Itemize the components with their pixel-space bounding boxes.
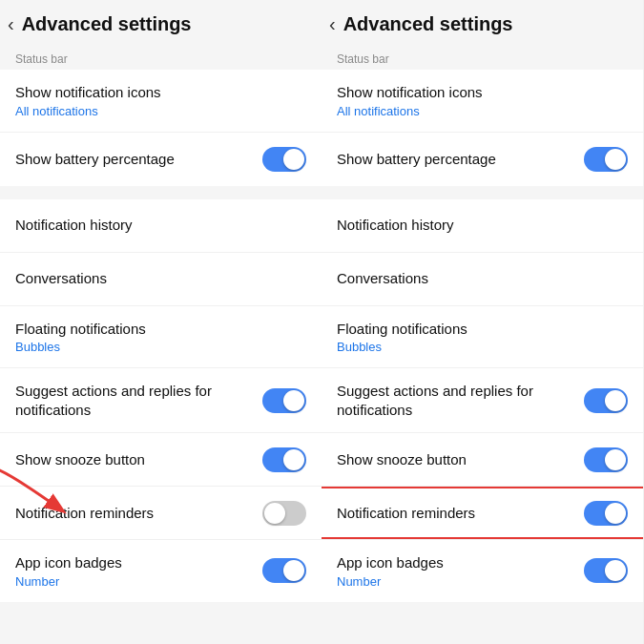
right-notification-reminders-text: Notification reminders xyxy=(337,504,584,523)
right-show-battery-text: Show battery percentage xyxy=(337,150,584,169)
left-show-notification-icons-item[interactable]: Show notification icons All notification… xyxy=(0,70,322,133)
left-main-group: Notification history Conversations Float… xyxy=(0,199,322,602)
left-show-notification-icons-title: Show notification icons xyxy=(15,83,295,102)
right-show-snooze-title: Show snooze button xyxy=(337,450,572,469)
left-suggest-actions-text: Suggest actions and replies for notifica… xyxy=(15,382,262,419)
right-panel: ‹ Advanced settings Status bar Show noti… xyxy=(322,0,643,644)
left-spacer-1 xyxy=(0,188,322,199)
right-conversations-item[interactable]: Conversations xyxy=(322,253,643,306)
left-notification-history-item[interactable]: Notification history xyxy=(0,199,322,253)
right-notification-reminders-toggle[interactable] xyxy=(584,501,628,526)
left-show-snooze-text: Show snooze button xyxy=(15,450,262,469)
back-button-left[interactable]: ‹ xyxy=(8,13,14,35)
left-app-icon-badges-toggle[interactable] xyxy=(262,558,306,583)
right-spacer-1 xyxy=(322,188,643,199)
left-section-status-bar-label: Status bar xyxy=(0,45,322,70)
right-notification-reminders-item[interactable]: Notification reminders xyxy=(322,487,643,540)
right-suggest-actions-toggle[interactable] xyxy=(584,388,628,413)
right-show-notification-icons-title: Show notification icons xyxy=(337,83,616,102)
left-show-notification-icons-subtitle[interactable]: All notifications xyxy=(15,104,295,118)
right-notification-reminders-title: Notification reminders xyxy=(337,504,572,523)
right-show-battery-title: Show battery percentage xyxy=(337,150,572,169)
left-notification-reminders-toggle[interactable] xyxy=(262,501,306,526)
right-notification-history-item[interactable]: Notification history xyxy=(322,199,643,253)
right-app-icon-badges-title: App icon badges xyxy=(337,553,572,572)
left-show-snooze-toggle[interactable] xyxy=(262,447,306,472)
right-main-group: Notification history Conversations Float… xyxy=(322,199,643,602)
right-show-notification-icons-item[interactable]: Show notification icons All notification… xyxy=(322,70,643,133)
left-conversations-text: Conversations xyxy=(15,269,306,288)
left-floating-notifications-subtitle[interactable]: Bubbles xyxy=(15,340,295,354)
right-suggest-actions-title: Suggest actions and replies for notifica… xyxy=(337,382,572,419)
left-suggest-actions-toggle[interactable] xyxy=(262,388,306,413)
left-header-title: Advanced settings xyxy=(22,13,192,35)
left-suggest-actions-item[interactable]: Suggest actions and replies for notifica… xyxy=(0,368,322,433)
left-panel: ‹ Advanced settings Status bar Show noti… xyxy=(0,0,322,644)
left-show-battery-title: Show battery percentage xyxy=(15,150,251,169)
right-app-icon-badges-subtitle[interactable]: Number xyxy=(337,574,572,589)
left-show-battery-item[interactable]: Show battery percentage xyxy=(0,133,322,186)
left-notification-reminders-text: Notification reminders xyxy=(15,504,262,523)
back-button-right[interactable]: ‹ xyxy=(329,13,336,35)
right-app-icon-badges-item[interactable]: App icon badges Number xyxy=(322,540,643,602)
right-app-icon-badges-text: App icon badges Number xyxy=(337,553,584,589)
right-show-notification-icons-text: Show notification icons All notification… xyxy=(337,83,628,118)
left-app-icon-badges-text: App icon badges Number xyxy=(15,553,262,589)
left-floating-notifications-text: Floating notifications Bubbles xyxy=(15,320,306,355)
right-notification-history-text: Notification history xyxy=(337,216,628,235)
left-suggest-actions-title: Suggest actions and replies for notifica… xyxy=(15,382,251,419)
right-show-battery-item[interactable]: Show battery percentage xyxy=(322,133,643,186)
right-conversations-text: Conversations xyxy=(337,269,628,288)
right-header: ‹ Advanced settings xyxy=(322,0,643,45)
left-notification-reminders-title: Notification reminders xyxy=(15,504,251,523)
left-header: ‹ Advanced settings xyxy=(0,0,322,45)
right-header-title: Advanced settings xyxy=(343,13,513,35)
right-suggest-actions-text: Suggest actions and replies for notifica… xyxy=(337,382,584,419)
left-show-notification-icons-text: Show notification icons All notification… xyxy=(15,83,306,118)
right-floating-notifications-title: Floating notifications xyxy=(337,320,616,339)
left-app-icon-badges-subtitle[interactable]: Number xyxy=(15,574,251,589)
right-floating-notifications-subtitle[interactable]: Bubbles xyxy=(337,340,616,354)
left-notification-history-text: Notification history xyxy=(15,216,306,235)
left-conversations-item[interactable]: Conversations xyxy=(0,253,322,306)
right-show-battery-toggle[interactable] xyxy=(584,147,628,172)
left-show-snooze-title: Show snooze button xyxy=(15,450,251,469)
left-show-battery-toggle[interactable] xyxy=(262,147,306,172)
left-show-snooze-item[interactable]: Show snooze button xyxy=(0,433,322,487)
right-show-snooze-toggle[interactable] xyxy=(584,447,628,472)
left-app-icon-badges-title: App icon badges xyxy=(15,553,251,572)
right-show-snooze-item[interactable]: Show snooze button xyxy=(322,433,643,487)
left-app-icon-badges-item[interactable]: App icon badges Number xyxy=(0,540,322,602)
left-floating-notifications-item[interactable]: Floating notifications Bubbles xyxy=(0,306,322,369)
left-notification-history-title: Notification history xyxy=(15,216,295,235)
left-notification-reminders-item[interactable]: Notification reminders xyxy=(0,487,322,540)
left-floating-notifications-title: Floating notifications xyxy=(15,320,295,339)
right-section-status-bar-label: Status bar xyxy=(322,45,643,70)
left-show-battery-text: Show battery percentage xyxy=(15,150,262,169)
right-floating-notifications-text: Floating notifications Bubbles xyxy=(337,320,628,355)
right-show-notification-icons-subtitle[interactable]: All notifications xyxy=(337,104,616,118)
right-notification-history-title: Notification history xyxy=(337,216,616,235)
right-conversations-title: Conversations xyxy=(337,269,616,288)
left-conversations-title: Conversations xyxy=(15,269,295,288)
right-suggest-actions-item[interactable]: Suggest actions and replies for notifica… xyxy=(322,368,643,433)
right-status-bar-group: Show notification icons All notification… xyxy=(322,70,643,186)
left-status-bar-group: Show notification icons All notification… xyxy=(0,70,322,186)
right-floating-notifications-item[interactable]: Floating notifications Bubbles xyxy=(322,306,643,369)
right-show-snooze-text: Show snooze button xyxy=(337,450,584,469)
right-app-icon-badges-toggle[interactable] xyxy=(584,558,628,583)
